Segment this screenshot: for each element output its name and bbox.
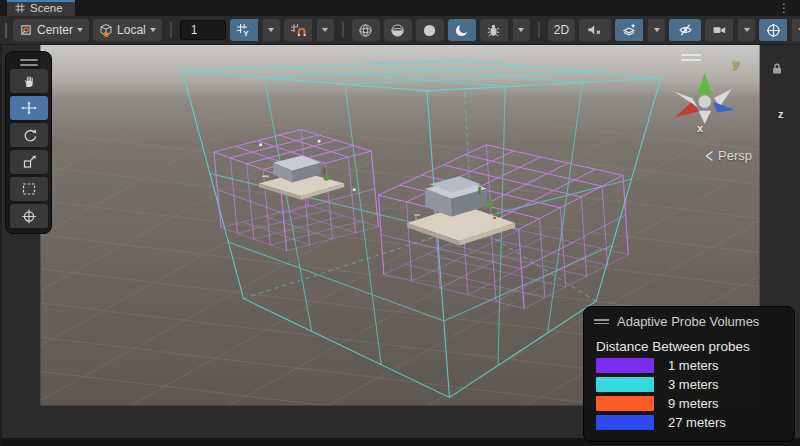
eye-slash-icon: [678, 23, 693, 37]
rotate-icon: [22, 128, 37, 142]
scale-icon: [22, 155, 37, 169]
camera-dropdown-button[interactable]: [705, 19, 733, 41]
adaptive-probe-volumes-panel: Adaptive Probe Volumes Distance Between …: [583, 306, 795, 442]
caret-down-icon: [322, 28, 328, 32]
rect-tool-icon: [21, 182, 37, 196]
legend-swatch-3m: [596, 377, 654, 392]
orientation-dropdown[interactable]: Local: [93, 19, 162, 41]
unity-scene-window: Scene ⋮ Center Local: [0, 0, 800, 446]
tool-move[interactable]: [10, 96, 48, 120]
legend-swatch-1m: [596, 358, 654, 373]
magnet-snap-dropdown[interactable]: [317, 19, 334, 41]
legend-row: 27 meters: [596, 415, 784, 430]
toolbar-separator: [538, 22, 540, 38]
move-icon: [21, 101, 37, 115]
tool-hand[interactable]: [10, 69, 48, 93]
wireframe-sphere-icon: [358, 23, 373, 38]
gizmos-icon: [766, 23, 781, 38]
tab-accent-line: [7, 0, 75, 2]
gizmo-hub[interactable]: [699, 95, 712, 108]
shaded-wireframe-icon: [390, 23, 405, 38]
legend-label: 27 meters: [668, 415, 726, 430]
legend-label: 3 meters: [668, 377, 719, 392]
legend-row: 3 meters: [596, 377, 784, 392]
2d-toggle-button[interactable]: 2D: [548, 19, 575, 41]
caret-down-icon: [77, 28, 83, 32]
svg-text:Y: Y: [243, 29, 249, 38]
legend-subtitle: Distance Between probes: [596, 339, 784, 354]
legend-swatch-27m: [596, 415, 654, 430]
legend-row: 9 meters: [596, 396, 784, 411]
gizmo-z-label[interactable]: z: [778, 108, 784, 120]
debug-mode-button[interactable]: [480, 19, 508, 41]
tools-overlay: [5, 51, 52, 234]
tab-overflow-menu-button[interactable]: ⋮: [778, 1, 790, 15]
grid-snap-icon: Y: [236, 23, 251, 37]
shaded-wireframe-mode-button[interactable]: [384, 19, 412, 41]
bug-icon: [486, 23, 501, 38]
toolbar-separator: [342, 22, 344, 38]
grid-snap-dropdown[interactable]: [263, 19, 280, 41]
tool-rotate[interactable]: [10, 123, 48, 147]
effects-dropdown[interactable]: [648, 19, 665, 41]
caret-down-icon: [654, 28, 660, 32]
scene-toolbar: Center Local Y: [0, 16, 800, 45]
tab-bar: Scene ⋮: [0, 0, 800, 16]
pivot-label: Center: [37, 23, 73, 37]
legend-row: 1 meters: [596, 358, 784, 373]
tool-transform[interactable]: [10, 204, 48, 228]
pivot-icon: [19, 23, 33, 37]
scene-viewport[interactable]: y x z Persp Adaptive Probe Volumes Dista…: [0, 45, 800, 446]
pivot-dropdown[interactable]: Center: [13, 19, 89, 41]
tab-label: Scene: [30, 2, 63, 14]
speaker-muted-icon: [587, 23, 603, 37]
lighting-toggle-button[interactable]: [448, 19, 476, 41]
panel-drag-handle[interactable]: [594, 317, 609, 326]
magnet-snap-icon: [290, 23, 306, 37]
transform-icon: [21, 209, 37, 224]
gizmos-dropdown[interactable]: [792, 19, 800, 41]
projection-label: Persp: [718, 148, 752, 163]
debug-mode-dropdown[interactable]: [513, 19, 530, 41]
toolbar-drag-handle[interactable]: [5, 23, 7, 38]
orientation-label: Local: [117, 23, 146, 37]
legend-label: 1 meters: [668, 358, 719, 373]
effects-toggle-button[interactable]: [615, 19, 643, 41]
projection-toggle[interactable]: Persp: [705, 148, 752, 163]
scene-tab-icon: [15, 3, 25, 13]
toolbar-separator: [170, 22, 172, 38]
gizmos-toggle-button[interactable]: [759, 19, 787, 41]
window-left-edge: [0, 45, 2, 446]
legend-swatch-9m: [596, 396, 654, 411]
moon-icon: [454, 23, 469, 38]
visibility-toggle-button[interactable]: [669, 19, 701, 41]
shaded-mode-button[interactable]: [416, 19, 444, 41]
camera-dropdown[interactable]: [738, 19, 755, 41]
lock-icon[interactable]: [771, 62, 783, 75]
camera-icon: [712, 23, 727, 37]
caret-down-icon: [744, 28, 750, 32]
tools-drag-handle[interactable]: [10, 59, 47, 66]
hand-icon: [21, 74, 37, 88]
2d-label: 2D: [554, 23, 569, 37]
tab-scene[interactable]: Scene: [7, 0, 75, 16]
gizmo-y-label[interactable]: y: [733, 57, 739, 69]
cube-icon: [99, 23, 113, 37]
tool-scale[interactable]: [10, 150, 48, 174]
wireframe-mode-button[interactable]: [352, 19, 380, 41]
magnet-snap-button[interactable]: [284, 19, 312, 41]
legend-label: 9 meters: [668, 396, 719, 411]
viewport-drag-handle[interactable]: [681, 54, 701, 64]
effects-icon: [622, 23, 637, 38]
move-snap-input[interactable]: [180, 20, 226, 40]
gizmo-x-label[interactable]: x: [697, 122, 703, 134]
chevron-left-icon: [705, 150, 714, 162]
audio-toggle-button[interactable]: [579, 19, 611, 41]
tool-rect[interactable]: [10, 177, 48, 201]
caret-down-icon: [518, 28, 524, 32]
caret-down-icon: [150, 28, 156, 32]
grid-snap-button[interactable]: Y: [230, 19, 258, 41]
caret-down-icon: [268, 28, 274, 32]
shaded-icon: [422, 23, 437, 38]
panel-title: Adaptive Probe Volumes: [617, 314, 759, 329]
